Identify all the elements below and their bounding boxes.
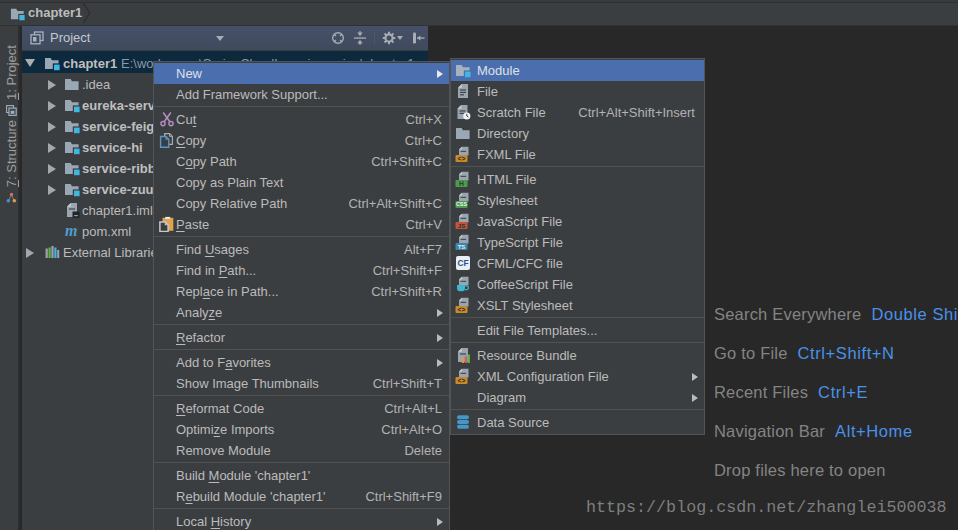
svg-text:<>: <> [458, 156, 466, 162]
svg-text:TS: TS [458, 244, 466, 250]
svg-text:H: H [459, 180, 464, 187]
svg-text:CSS: CSS [456, 201, 467, 207]
svg-text:JS: JS [458, 223, 465, 229]
svg-text:<>: <> [458, 378, 466, 384]
svg-text:<>: <> [458, 307, 466, 313]
